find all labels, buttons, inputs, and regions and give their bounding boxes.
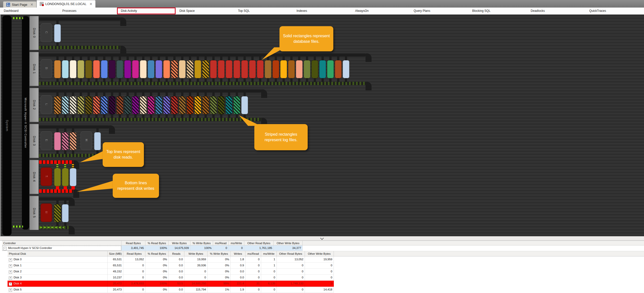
db-file[interactable] xyxy=(124,60,131,78)
grid-header-cell-write-bytes[interactable]: Write Bytes xyxy=(184,251,208,257)
log-file[interactable] xyxy=(93,96,100,114)
grid-splitter[interactable] xyxy=(0,236,644,241)
nav-tab-alwayson[interactable]: AlwaysOn xyxy=(351,8,410,14)
db-file[interactable] xyxy=(62,168,69,186)
db-file[interactable] xyxy=(296,60,303,78)
nav-tab-deadlocks[interactable]: Deadlocks xyxy=(527,8,586,14)
disk-name-cell[interactable]: +Disk 5 xyxy=(8,287,108,293)
nav-tab-quicktraces[interactable]: QuickTraces xyxy=(585,8,644,14)
db-file[interactable] xyxy=(132,60,139,78)
grid-header-cell-other-write-bytes[interactable]: Other Write Bytes xyxy=(274,241,303,245)
grid-header-cell-ms-read[interactable]: ms/Read xyxy=(213,241,229,245)
db-file[interactable] xyxy=(85,60,92,78)
log-file[interactable] xyxy=(70,96,76,114)
db-file[interactable] xyxy=(179,60,186,78)
nav-tab-processes[interactable]: Processes xyxy=(59,8,117,14)
grid-row-disk-4[interactable]: +Disk 420,4723,478,693100%53.514,500,250… xyxy=(2,281,644,287)
collapse-grid-button[interactable] xyxy=(317,237,327,240)
log-file[interactable] xyxy=(187,60,193,78)
db-file[interactable] xyxy=(265,60,271,78)
log-file[interactable] xyxy=(171,96,178,114)
grid-header-cell-read-bytes[interactable]: Read Bytes xyxy=(122,241,145,245)
log-file[interactable] xyxy=(218,96,225,114)
grid-header-cell--read-bytes[interactable]: % Read Bytes xyxy=(145,251,169,257)
db-file[interactable] xyxy=(194,60,201,78)
disk-name-cell[interactable]: +Disk 0 xyxy=(8,257,108,263)
db-file[interactable] xyxy=(233,60,240,78)
log-file[interactable] xyxy=(116,96,123,114)
log-file[interactable] xyxy=(171,60,178,78)
db-file[interactable] xyxy=(335,60,342,78)
log-file[interactable] xyxy=(132,96,139,114)
log-file[interactable] xyxy=(101,96,108,114)
expand-row-icon[interactable]: + xyxy=(9,282,12,286)
log-file[interactable] xyxy=(54,96,61,114)
log-file[interactable] xyxy=(179,96,186,114)
grid-header-cell-writes[interactable]: Writes xyxy=(231,251,246,257)
volume-label-e-[interactable]: E: xyxy=(41,131,52,150)
db-file[interactable] xyxy=(54,168,61,186)
grid-header-cell--read-bytes[interactable]: % Read Bytes xyxy=(145,241,169,245)
db-file[interactable] xyxy=(304,60,310,78)
db-file[interactable] xyxy=(241,96,248,114)
db-file[interactable] xyxy=(311,60,318,78)
nav-tab-query-plans[interactable]: Query Plans xyxy=(410,8,468,14)
db-file[interactable] xyxy=(116,60,123,78)
db-file[interactable] xyxy=(62,60,69,78)
log-file[interactable] xyxy=(54,204,61,222)
grid-row-disk-5[interactable]: +Disk 520,47300%0.0115,7941%1.900014,418 xyxy=(2,287,644,293)
close-icon[interactable]: ✕ xyxy=(89,2,92,6)
grid-header-cell-other-read-bytes[interactable]: Other Read Bytes xyxy=(277,251,305,257)
grid-header-cell-physical-disk[interactable]: Physical Disk xyxy=(8,251,108,257)
grid-header-cell--write-bytes[interactable]: % Write Bytes xyxy=(208,251,231,257)
collapse-row-icon[interactable]: − xyxy=(3,247,7,250)
expand-row-icon[interactable]: + xyxy=(9,258,12,262)
db-file[interactable] xyxy=(94,132,101,150)
db-file[interactable] xyxy=(77,60,84,78)
log-file[interactable] xyxy=(85,96,92,114)
db-file[interactable] xyxy=(148,60,154,78)
db-file[interactable] xyxy=(241,60,248,78)
disk-name-cell[interactable]: +Disk 1 xyxy=(8,263,108,269)
db-file[interactable] xyxy=(327,60,334,78)
db-file[interactable] xyxy=(101,60,108,78)
log-file[interactable] xyxy=(226,96,232,114)
db-file[interactable] xyxy=(257,60,264,78)
db-file[interactable] xyxy=(70,60,76,78)
volume-label-l-[interactable]: L: xyxy=(41,95,52,114)
log-file[interactable] xyxy=(70,132,76,150)
disk-name-cell[interactable]: +Disk 3 xyxy=(8,275,108,281)
grid-header-cell-size-mb-[interactable]: Size (MB) xyxy=(108,251,123,257)
db-file[interactable] xyxy=(319,60,326,78)
db-file[interactable] xyxy=(226,60,232,78)
grid-header-cell-read-bytes[interactable]: Read Bytes xyxy=(123,251,145,257)
volume-label-t-[interactable]: T: xyxy=(41,167,52,186)
log-file[interactable] xyxy=(109,96,115,114)
log-file[interactable] xyxy=(62,132,69,150)
db-file[interactable] xyxy=(272,60,279,78)
db-file[interactable] xyxy=(93,60,100,78)
nav-tab-disk-activity[interactable]: Disk Activity xyxy=(117,8,176,14)
log-file[interactable] xyxy=(210,96,217,114)
nav-tab-top-sql[interactable]: Top SQL xyxy=(234,8,293,14)
grid-row-disk-2[interactable]: +Disk 249,15200%0.000%0.00000 xyxy=(2,269,644,275)
disk-name-cell[interactable]: +Disk 4 xyxy=(8,281,108,287)
expand-row-icon[interactable]: + xyxy=(9,276,12,280)
grid-row-disk-0[interactable]: +Disk 065,53113,0520%0.019,9590%1.80113,… xyxy=(2,257,644,263)
window-tab-server[interactable]: LONDONSQL01.SE.LOCAL ✕ xyxy=(36,0,96,8)
log-file[interactable] xyxy=(77,96,84,114)
db-file[interactable] xyxy=(62,204,69,222)
log-file[interactable] xyxy=(62,96,69,114)
controller-name-cell[interactable]: −Microsoft Hyper-V SCSI Controller xyxy=(2,245,122,251)
volume-label-u-[interactable]: U: xyxy=(41,203,52,222)
nav-tab-indexes[interactable]: Indexes xyxy=(293,8,351,14)
controller-grid-row[interactable]: −Microsoft Hyper-V SCSI Controller3,491,… xyxy=(2,245,644,251)
volume-label-d-[interactable]: D: xyxy=(41,59,52,78)
grid-header-cell--write-bytes[interactable]: % Write Bytes xyxy=(190,241,213,245)
nav-tab-disk-space[interactable]: Disk Space xyxy=(176,8,234,14)
close-icon[interactable]: ✕ xyxy=(30,3,33,6)
log-file[interactable] xyxy=(163,96,170,114)
log-file[interactable] xyxy=(194,96,201,114)
log-file[interactable] xyxy=(202,96,209,114)
expand-row-icon[interactable]: + xyxy=(9,264,12,268)
